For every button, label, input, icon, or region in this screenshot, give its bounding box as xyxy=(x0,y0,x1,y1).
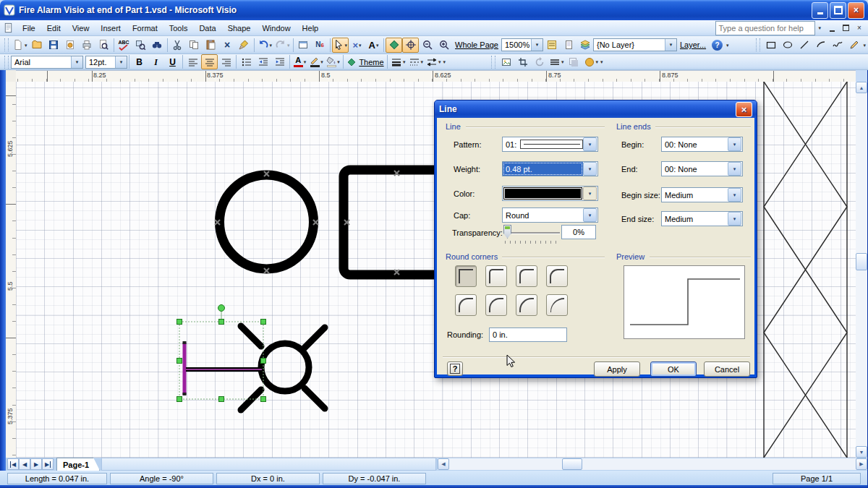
picture-fill-button[interactable]: ▾ xyxy=(582,54,600,69)
rotate-button[interactable] xyxy=(531,54,548,69)
drawing-explorer-button[interactable] xyxy=(295,38,312,53)
color-combo-arrow-icon[interactable]: ▾ xyxy=(583,187,597,200)
dialog-help-button[interactable]: ? xyxy=(447,361,463,376)
zoom-in-button[interactable] xyxy=(435,38,452,53)
connector-tool-button[interactable]: ×▾ xyxy=(349,38,365,53)
minimize-button[interactable] xyxy=(812,2,828,19)
scroll-left-button[interactable]: ◀ xyxy=(438,458,449,470)
selection-handles[interactable] xyxy=(177,320,266,402)
save-button[interactable] xyxy=(46,38,62,53)
weight-combo[interactable]: 0.48 pt. ▾ xyxy=(502,161,598,176)
scroll-up-button[interactable]: ▲ xyxy=(856,82,867,93)
bullets-button[interactable] xyxy=(238,54,255,69)
paste-button[interactable] xyxy=(203,38,219,53)
theme-button[interactable] xyxy=(386,38,402,53)
layers-button[interactable] xyxy=(576,38,593,53)
help-search-input[interactable] xyxy=(715,21,815,35)
menu-format[interactable]: Format xyxy=(127,22,163,34)
connection-points-button[interactable]: N6 xyxy=(312,38,328,53)
zoom-combo-arrow-icon[interactable]: ▾ xyxy=(531,39,542,51)
rotation-handle[interactable] xyxy=(218,305,225,312)
arc-tool-button[interactable] xyxy=(812,38,829,53)
undo-button[interactable]: ▾ xyxy=(256,38,274,53)
insert-picture-button[interactable] xyxy=(498,54,514,69)
cut-button[interactable] xyxy=(169,38,186,53)
corner-style-4-button[interactable] xyxy=(546,265,568,287)
spelling-button[interactable]: ABC xyxy=(116,38,132,53)
new-document-button[interactable]: ▾ xyxy=(11,38,29,53)
cancel-button[interactable]: Cancel xyxy=(704,361,750,377)
circle-shape[interactable] xyxy=(220,175,314,269)
menu-data[interactable]: Data xyxy=(193,22,221,34)
vertical-scrollbar[interactable]: ▲ ▼ xyxy=(856,82,867,458)
pattern-combo[interactable]: 01: ▾ xyxy=(502,137,598,152)
toolbar-grip[interactable] xyxy=(756,38,760,51)
menu-view[interactable]: View xyxy=(67,22,95,34)
italic-button[interactable]: I xyxy=(148,54,164,69)
increase-indent-button[interactable] xyxy=(271,54,288,69)
selected-line-shape[interactable] xyxy=(183,341,263,395)
font-color-button[interactable]: A▾ xyxy=(292,54,308,69)
last-page-button[interactable]: ▶ xyxy=(42,458,54,470)
weight-combo-arrow-icon[interactable]: ▾ xyxy=(583,162,597,176)
next-page-button[interactable]: ▶ xyxy=(30,458,42,470)
zoom-out-button[interactable] xyxy=(419,38,435,53)
cross-braced-band-shape[interactable] xyxy=(764,82,847,458)
toolbar-options-icon[interactable]: ▾ xyxy=(726,43,729,48)
align-right-button[interactable] xyxy=(218,54,234,69)
font-name-combo[interactable]: Arial▾ xyxy=(11,56,83,69)
doc-restore-button[interactable] xyxy=(840,22,851,33)
page-tab[interactable]: Page-1 xyxy=(56,458,100,471)
formatting-toolbar-options-icon[interactable]: ▾ xyxy=(443,59,446,64)
shape-data-button[interactable] xyxy=(543,38,560,53)
text-tool-button[interactable]: A▾ xyxy=(365,38,382,53)
align-left-button[interactable] xyxy=(184,54,201,69)
cap-combo-arrow-icon[interactable]: ▾ xyxy=(583,208,597,222)
corner-style-5-button[interactable] xyxy=(455,294,477,316)
line-tool-button[interactable] xyxy=(796,38,812,53)
corner-style-3-button[interactable] xyxy=(516,265,537,287)
zoom-combo[interactable]: 1500%▾ xyxy=(501,38,543,51)
align-center-button[interactable] xyxy=(201,54,218,69)
dialog-title-bar[interactable]: Line × xyxy=(435,100,757,118)
horizontal-scrollbar[interactable]: ◀ ▶ xyxy=(438,458,867,470)
menu-help[interactable]: Help xyxy=(297,22,325,34)
shape-search-button[interactable] xyxy=(132,38,149,53)
theme-text-button[interactable]: Theme xyxy=(345,54,386,69)
menu-window[interactable]: Window xyxy=(256,22,296,34)
help-search-dropdown-icon[interactable]: ▾ xyxy=(818,25,821,30)
ellipse-tool-button[interactable] xyxy=(779,38,796,53)
close-button[interactable]: × xyxy=(848,2,864,19)
color-combo[interactable]: ▾ xyxy=(502,186,598,201)
copy-button[interactable] xyxy=(186,38,203,53)
begin-combo[interactable]: 00: None ▾ xyxy=(661,137,743,152)
end-size-combo-arrow-icon[interactable]: ▾ xyxy=(728,212,741,226)
toolbar-grip[interactable] xyxy=(4,56,9,69)
page-setup-button[interactable] xyxy=(560,38,576,53)
dialog-close-button[interactable]: × xyxy=(736,102,752,117)
begin-size-combo-arrow-icon[interactable]: ▾ xyxy=(728,188,741,202)
horizontal-scroll-thumb[interactable] xyxy=(562,458,582,470)
menu-file[interactable]: File xyxy=(17,22,41,34)
end-size-combo[interactable]: Medium ▾ xyxy=(661,211,743,226)
size-combo-arrow-icon[interactable]: ▾ xyxy=(115,56,127,68)
menu-edit[interactable]: Edit xyxy=(41,22,67,34)
underline-button[interactable]: U xyxy=(164,54,181,69)
redo-button[interactable]: ▾ xyxy=(273,38,292,53)
font-size-combo[interactable]: 12pt.▾ xyxy=(85,56,127,69)
begin-size-combo[interactable]: Medium ▾ xyxy=(661,187,743,202)
menu-insert[interactable]: Insert xyxy=(95,22,127,34)
scroll-down-button[interactable]: ▼ xyxy=(856,446,867,458)
format-painter-button[interactable] xyxy=(236,38,252,53)
line-weight-button[interactable]: ▾ xyxy=(389,54,407,69)
print-button[interactable] xyxy=(79,38,95,53)
bold-button[interactable]: B xyxy=(131,54,148,69)
open-button[interactable] xyxy=(29,38,46,53)
toolbar-grip[interactable] xyxy=(491,56,495,69)
scroll-right-button[interactable]: ▶ xyxy=(856,458,867,470)
menu-shape[interactable]: Shape xyxy=(222,22,257,34)
help-button[interactable]: ? xyxy=(709,38,726,53)
layer-combo-arrow-icon[interactable]: ▾ xyxy=(665,39,676,51)
doc-minimize-button[interactable] xyxy=(826,22,838,33)
line-ends-button[interactable]: ▾ xyxy=(425,54,443,69)
